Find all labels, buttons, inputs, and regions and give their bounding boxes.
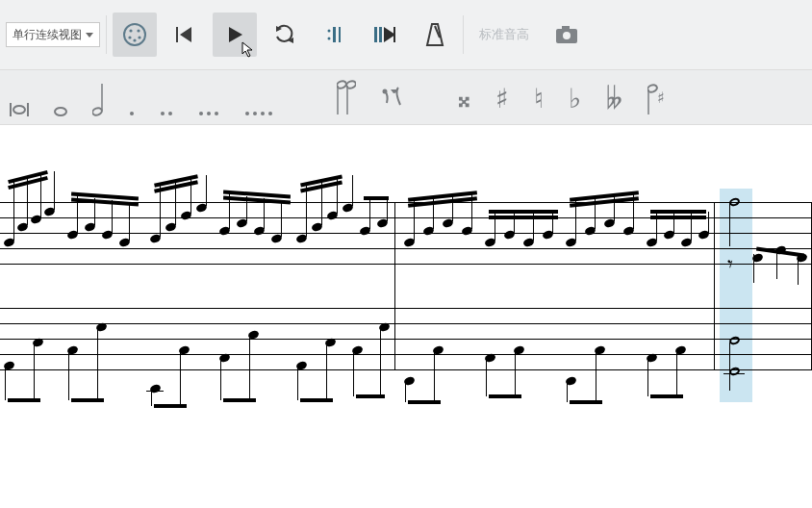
svg-point-1 [129,29,132,32]
svg-marker-7 [180,27,191,42]
rest-eighth-button[interactable] [381,70,404,124]
svg-point-33 [207,112,211,115]
svg-point-30 [161,112,165,115]
svg-point-32 [199,112,203,115]
accidental-double-flat[interactable]: 𝄫 [606,70,622,124]
accidental-courtesy[interactable]: ♯ [647,70,667,124]
quad-dot-icon [244,111,273,116]
double-dot-icon [160,111,173,116]
svg-point-34 [215,112,218,115]
svg-point-43 [383,89,388,94]
svg-rect-18 [393,27,395,42]
svg-point-38 [268,112,272,115]
svg-rect-21 [562,26,570,30]
chevron-down-icon [86,33,93,38]
svg-rect-6 [176,27,178,42]
duration-dot4[interactable] [244,70,273,124]
loop-button[interactable] [263,13,307,57]
repeat-start-button[interactable] [313,13,357,57]
half-note-icon [92,84,104,116]
svg-point-2 [137,29,140,32]
svg-point-26 [55,108,66,115]
triple-dot-icon [198,111,219,116]
play-button[interactable] [213,13,257,57]
camera-icon [554,24,579,45]
metronome-icon [424,22,445,47]
svg-point-11 [328,30,331,33]
accidental-flat[interactable]: ♭ [569,70,581,124]
duration-toolbar: 𝄪 ♯ ♮ ♭ 𝄫 ♯ [0,69,812,125]
accidental-double-sharp[interactable]: 𝄪 [458,70,470,124]
cursor-icon [241,41,255,59]
rewind-icon [174,24,195,45]
svg-point-0 [124,24,145,45]
repeat-start-icon [323,23,346,46]
duration-whole[interactable] [54,70,67,124]
rest-half-button[interactable] [337,70,356,124]
duration-dot1[interactable] [129,70,135,124]
accidental-natural[interactable]: ♮ [534,70,544,124]
palette-icon [121,21,148,48]
svg-rect-23 [10,103,12,116]
accidental-sharp[interactable]: ♯ [495,70,509,124]
svg-marker-8 [229,27,242,42]
repeat-play-icon [372,23,397,46]
svg-text:♯: ♯ [657,89,665,106]
duration-half[interactable] [92,70,104,124]
double-whole-icon [10,103,29,116]
duration-double-whole[interactable] [10,70,29,124]
palette-button[interactable] [113,13,157,57]
svg-rect-16 [379,27,382,42]
svg-rect-13 [333,27,336,42]
main-toolbar: 单行连续视图 [0,0,812,69]
svg-rect-25 [27,103,29,116]
score-canvas[interactable]: 𝄾 [0,125,812,508]
svg-point-5 [133,38,136,41]
dot-icon [129,111,135,116]
duration-dot2[interactable] [160,70,173,124]
svg-rect-14 [339,27,341,42]
svg-point-36 [253,112,257,115]
metronome-button[interactable] [413,13,457,57]
camera-button[interactable] [545,13,589,57]
loop-icon [273,23,296,46]
eighth-rest-icon [381,86,404,116]
svg-point-22 [563,32,571,39]
view-mode-select[interactable]: 单行连续视图 [6,22,100,47]
separator [463,15,464,54]
pitch-label: 标准音高 [479,26,529,43]
view-mode-label: 单行连续视图 [13,27,82,43]
notes-layer: 𝄾 [0,202,812,369]
svg-point-35 [245,112,249,115]
svg-point-28 [92,107,103,116]
courtesy-accidental-icon: ♯ [647,84,667,116]
svg-point-4 [138,36,140,38]
whole-note-icon [54,107,67,116]
svg-point-12 [328,38,331,40]
svg-rect-15 [374,27,377,42]
grand-staff: 𝄾 [0,202,812,369]
repeat-play-button[interactable] [363,13,407,57]
svg-point-37 [261,112,265,115]
svg-point-29 [130,112,134,115]
separator [106,15,107,54]
rewind-button[interactable] [163,13,207,57]
duration-dot3[interactable] [198,70,219,124]
half-rest-icon [337,80,356,116]
svg-point-3 [128,36,131,38]
svg-point-31 [168,112,172,115]
svg-point-24 [13,106,25,114]
